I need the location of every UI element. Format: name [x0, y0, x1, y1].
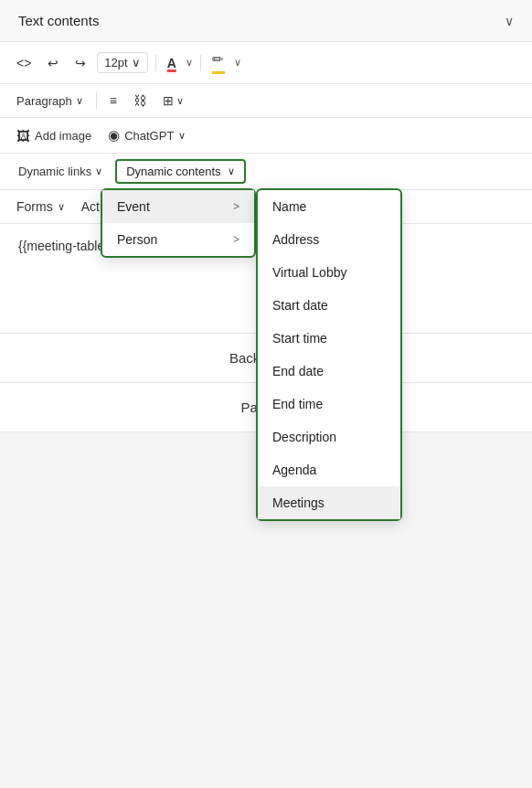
dynamic-links-chevron-icon: ∨ — [95, 165, 102, 177]
dropdown-item-person-chevron-icon: > — [233, 233, 239, 246]
dynamic-contents-dropdown: Event > Person > — [101, 188, 256, 258]
paragraph-selector[interactable]: Paragraph ∨ — [11, 91, 89, 111]
list-icon: ≡ — [110, 93, 117, 108]
highlight-color-bar — [212, 71, 225, 74]
toolbar-row-2: Paragraph ∨ ≡ ⛓ ⊞ ∨ — [0, 84, 532, 118]
dynamic-contents-label: Dynamic contents — [126, 165, 220, 178]
code-button[interactable]: <> — [11, 52, 37, 74]
dynamic-links-button[interactable]: Dynamic links ∨ — [11, 161, 110, 182]
redo-icon: ↪ — [75, 56, 86, 70]
forms-label: Forms — [16, 199, 53, 214]
toolbar-row-4: Dynamic links ∨ Dynamic contents ∨ Event… — [0, 154, 532, 190]
submenu-item-end-date[interactable]: End date — [258, 355, 400, 388]
submenu-item-agenda[interactable]: Agenda — [258, 453, 400, 486]
toolbar-separator-1 — [155, 55, 156, 71]
dynamic-contents-chevron-icon: ∨ — [228, 165, 235, 177]
list-button[interactable]: ≡ — [104, 90, 122, 112]
dropdown-item-event-label: Event — [117, 199, 150, 214]
undo-icon: ↩ — [48, 56, 59, 70]
forms-button[interactable]: Forms ∨ — [11, 196, 70, 218]
paragraph-label: Paragraph — [16, 94, 72, 108]
panel-title: Text contents — [18, 13, 99, 28]
dynamic-contents-button[interactable]: Dynamic contents ∨ — [115, 159, 245, 184]
submenu-item-name[interactable]: Name — [258, 190, 400, 223]
submenu-item-address[interactable]: Address — [258, 223, 400, 256]
event-submenu: Name Address Virtual Lobby Start date St… — [256, 188, 402, 521]
forms-chevron-icon: ∨ — [58, 201, 65, 213]
undo-button[interactable]: ↩ — [42, 52, 64, 74]
submenu-item-meetings[interactable]: Meetings — [258, 486, 400, 519]
chatgpt-icon: ◉ — [108, 127, 120, 144]
font-size-selector[interactable]: 12pt ∨ — [97, 52, 147, 73]
highlight-button[interactable]: ✏ — [208, 49, 229, 76]
table-chevron-icon: ∨ — [176, 95, 184, 107]
add-image-label: Add image — [35, 129, 91, 143]
highlight-chevron-icon[interactable]: ∨ — [234, 57, 241, 69]
redo-button[interactable]: ↪ — [69, 52, 91, 74]
paragraph-chevron-icon: ∨ — [76, 95, 83, 107]
code-icon: <> — [16, 56, 31, 70]
chatgpt-label: ChatGPT — [124, 129, 174, 143]
add-image-icon: 🖼 — [16, 128, 30, 144]
link-icon: ⛓ — [133, 93, 146, 108]
chatgpt-button[interactable]: ◉ ChatGPT ∨ — [102, 123, 191, 147]
dropdown-item-event[interactable]: Event > — [102, 190, 254, 223]
dropdown-item-person-label: Person — [117, 232, 157, 247]
highlight-icon: ✏ — [212, 51, 224, 68]
submenu-item-start-time[interactable]: Start time — [258, 322, 400, 355]
dropdown-item-event-chevron-icon: > — [233, 200, 239, 213]
dynamic-links-label: Dynamic links — [18, 165, 91, 178]
submenu-item-start-date[interactable]: Start date — [258, 289, 400, 322]
submenu-item-end-time[interactable]: End time — [258, 388, 400, 421]
font-color-chevron-icon[interactable]: ∨ — [186, 57, 193, 69]
table-icon: ⊞ — [163, 93, 174, 108]
add-image-button[interactable]: 🖼 Add image — [11, 124, 97, 147]
toolbar-row-1: <> ↩ ↪ 12pt ∨ A ∨ ✏ ∨ — [0, 42, 532, 84]
toolbar-row-3: 🖼 Add image ◉ ChatGPT ∨ — [0, 118, 532, 154]
font-size-value: 12pt — [104, 56, 127, 69]
link-button[interactable]: ⛓ — [128, 90, 152, 112]
font-color-button[interactable]: A — [164, 54, 180, 72]
toolbar-separator-3 — [96, 92, 97, 109]
submenu-item-virtual-lobby[interactable]: Virtual Lobby — [258, 256, 400, 289]
dropdown-item-person[interactable]: Person > — [102, 223, 254, 256]
panel-header: Text contents ∨ — [0, 0, 532, 42]
toolbar-separator-2 — [200, 55, 201, 71]
font-size-chevron-icon: ∨ — [132, 56, 141, 69]
panel-collapse-icon[interactable]: ∨ — [505, 14, 514, 28]
font-color-letter: A — [167, 56, 176, 70]
table-button[interactable]: ⊞ ∨ — [157, 90, 189, 112]
submenu-item-description[interactable]: Description — [258, 421, 400, 453]
chatgpt-chevron-icon: ∨ — [178, 130, 186, 142]
